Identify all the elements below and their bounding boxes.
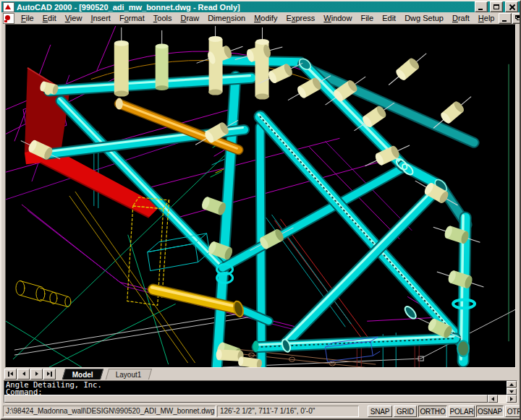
menu-view[interactable]: View — [61, 13, 87, 23]
yellow-wire-cylinders — [16, 281, 71, 307]
toggle-otrack[interactable]: OTRACK — [505, 406, 521, 417]
toggle-osnap[interactable]: OSNAP — [476, 406, 504, 417]
tab-layout1[interactable]: Layout1 — [106, 369, 152, 380]
menu-help[interactable]: Help — [474, 13, 499, 23]
document-window-controls — [499, 13, 521, 24]
minimize-icon — [502, 20, 507, 22]
scrollbar-track[interactable] — [498, 395, 507, 403]
menu-bar: FileEditViewInsertFormatToolsDrawDimensi… — [1, 12, 520, 24]
menu-dimension[interactable]: Dimension — [203, 13, 250, 23]
tab-model[interactable]: Model — [62, 369, 103, 380]
prev-icon — [22, 372, 25, 376]
doc-minimize-button[interactable] — [499, 13, 512, 24]
command-box: Angle Detailing, Inc.Command: — [4, 380, 517, 403]
command-history-line: Angle Detailing, Inc. — [6, 382, 505, 389]
toggle-ortho[interactable]: ORTHO — [418, 406, 447, 417]
toggle-grid[interactable]: GRID — [394, 406, 417, 417]
menu-file[interactable]: File — [17, 13, 38, 23]
scroll-right-button[interactable] — [507, 395, 517, 403]
arrow-right-icon — [510, 397, 513, 401]
minimize-icon — [478, 9, 483, 10]
first-icon — [8, 372, 9, 377]
window-title: AutoCAD 2000 - [990520_adi_mw_bonnet.dwg… — [17, 2, 473, 12]
arrow-up-icon — [509, 383, 514, 386]
autocad-window: AutoCAD 2000 - [990520_adi_mw_bonnet.dwg… — [0, 0, 521, 420]
menu-dwg-setup[interactable]: Dwg Setup — [400, 13, 448, 23]
status-toggles: SNAPGRIDORTHOPOLAROSNAPOTRACK — [368, 406, 521, 417]
tab-model-label: Model — [72, 370, 93, 378]
cylinder-tall — [114, 27, 129, 97]
maximize-icon — [494, 4, 499, 9]
first-icon-arrow — [10, 372, 13, 376]
command-line-input[interactable]: Angle Detailing, Inc.Command: — [4, 381, 507, 395]
menu-express[interactable]: Express — [282, 13, 320, 23]
title-bar: AutoCAD 2000 - [990520_adi_mw_bonnet.dwg… — [1, 1, 520, 12]
command-window: Angle Detailing, Inc.Command: — [1, 380, 520, 404]
menu-edit[interactable]: Edit — [378, 13, 400, 23]
menu-insert[interactable]: Insert — [86, 13, 115, 23]
command-text-row: Angle Detailing, Inc.Command: — [4, 381, 517, 395]
next-icon — [35, 372, 38, 376]
drawing-file-icon[interactable] — [3, 13, 14, 24]
maximize-button[interactable] — [490, 1, 503, 12]
command-horizontal-scrollbar[interactable] — [4, 395, 517, 403]
status-bar: J:\98424_Madonna_wall\DESIGN\990520_ADI_… — [1, 404, 520, 419]
command-prompt: Command: — [6, 389, 505, 395]
toggle-snap[interactable]: SNAP — [368, 406, 392, 417]
tab-nav-next-button[interactable] — [30, 369, 43, 380]
menu-tools[interactable]: Tools — [149, 13, 177, 23]
menu-format[interactable]: Format — [115, 13, 149, 23]
last-icon-bar — [51, 372, 52, 377]
menu-window[interactable]: Window — [319, 13, 356, 23]
menu-modify[interactable]: Modify — [250, 13, 281, 23]
scroll-up-button[interactable] — [507, 381, 517, 387]
tab-layout1-label: Layout1 — [116, 370, 142, 378]
arrow-down-icon — [509, 390, 514, 393]
scroll-left-button[interactable] — [488, 395, 498, 403]
doc-restore-button[interactable] — [512, 13, 521, 24]
close-button[interactable] — [505, 1, 518, 12]
cylinder-stub-green — [431, 221, 482, 249]
menu-file[interactable]: File — [356, 13, 378, 23]
toggle-polar[interactable]: POLAR — [449, 406, 475, 417]
tab-nav-first-button[interactable] — [4, 369, 17, 380]
cylinder-tall — [255, 27, 269, 100]
coordinates-readout: 126'-2 1/2", 711'-7 1/16", 0'-0" — [217, 406, 359, 417]
menu-draw[interactable]: Draw — [176, 13, 203, 23]
autocad-logo-icon — [3, 2, 14, 12]
scrollbar-thumb[interactable] — [4, 395, 488, 403]
close-icon — [509, 4, 514, 10]
drawing-viewport — [5, 24, 516, 368]
cylinder-stub — [384, 48, 431, 90]
menu-edit[interactable]: Edit — [38, 13, 61, 23]
menu-draft[interactable]: Draft — [448, 13, 474, 23]
tab-nav-prev-button[interactable] — [17, 369, 30, 380]
command-vertical-scrollbar[interactable] — [507, 381, 517, 395]
file-path-readout: J:\98424_Madonna_wall\DESIGN\990520_ADI_… — [3, 406, 216, 417]
menu-items: FileEditViewInsertFormatToolsDrawDimensi… — [17, 13, 499, 23]
cylinder-tall — [156, 30, 169, 90]
layout-tab-bar: Model Layout1 — [1, 368, 520, 380]
last-icon — [47, 372, 50, 376]
tab-nav-last-button[interactable] — [43, 369, 56, 380]
arrow-left-icon — [491, 397, 494, 401]
scroll-down-button[interactable] — [507, 388, 517, 395]
drawing-canvas[interactable] — [6, 25, 515, 367]
restore-icon-front — [517, 17, 521, 20]
minimize-button[interactable] — [475, 1, 488, 12]
